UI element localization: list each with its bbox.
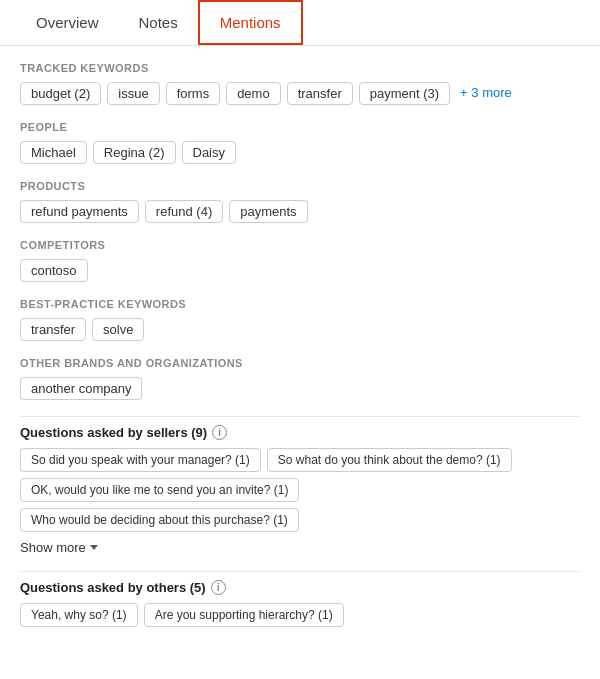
tag-regina[interactable]: Regina (2)	[93, 141, 176, 164]
section-products: PRODUCTS refund payments refund (4) paym…	[20, 180, 580, 223]
question-tag-deciding[interactable]: Who would be deciding about this purchas…	[20, 508, 299, 532]
people-label: PEOPLE	[20, 121, 580, 133]
tag-payment[interactable]: payment (3)	[359, 82, 450, 105]
tag-forms[interactable]: forms	[166, 82, 221, 105]
section-questions-others: Questions asked by others (5) i Yeah, wh…	[20, 580, 580, 627]
questions-others-info-icon[interactable]: i	[211, 580, 226, 595]
competitors-tags: contoso	[20, 259, 580, 282]
questions-others-title-text: Questions asked by others (5)	[20, 580, 206, 595]
question-tag-invite[interactable]: OK, would you like me to send you an inv…	[20, 478, 299, 502]
show-more-button[interactable]: Show more	[20, 540, 580, 555]
question-tag-hierarchy[interactable]: Are you supporting hierarchy? (1)	[144, 603, 344, 627]
tab-notes[interactable]: Notes	[119, 2, 198, 43]
section-people: PEOPLE Michael Regina (2) Daisy	[20, 121, 580, 164]
section-other-brands: OTHER BRANDS AND ORGANIZATIONS another c…	[20, 357, 580, 400]
tracked-keywords-label: TRACKED KEYWORDS	[20, 62, 580, 74]
tag-another-company[interactable]: another company	[20, 377, 142, 400]
questions-others-tags: Yeah, why so? (1) Are you supporting hie…	[20, 603, 580, 627]
tag-solve[interactable]: solve	[92, 318, 144, 341]
question-tag-demo[interactable]: So what do you think about the demo? (1)	[267, 448, 512, 472]
content-area: TRACKED KEYWORDS budget (2) issue forms …	[0, 46, 600, 659]
show-more-label: Show more	[20, 540, 86, 555]
questions-sellers-info-icon[interactable]: i	[212, 425, 227, 440]
divider-2	[20, 571, 580, 572]
tag-demo[interactable]: demo	[226, 82, 281, 105]
tabs-bar: Overview Notes Mentions	[0, 0, 600, 46]
competitors-label: COMPETITORS	[20, 239, 580, 251]
products-label: PRODUCTS	[20, 180, 580, 192]
tracked-keywords-tags: budget (2) issue forms demo transfer pay…	[20, 82, 580, 105]
tag-issue[interactable]: issue	[107, 82, 159, 105]
tag-budget[interactable]: budget (2)	[20, 82, 101, 105]
best-practice-label: BEST-PRACTICE KEYWORDS	[20, 298, 580, 310]
questions-sellers-tags: So did you speak with your manager? (1) …	[20, 448, 580, 532]
questions-sellers-title-text: Questions asked by sellers (9)	[20, 425, 207, 440]
section-tracked-keywords: TRACKED KEYWORDS budget (2) issue forms …	[20, 62, 580, 105]
tab-overview[interactable]: Overview	[16, 2, 119, 43]
tag-refund-payments[interactable]: refund payments	[20, 200, 139, 223]
question-tag-why[interactable]: Yeah, why so? (1)	[20, 603, 138, 627]
other-brands-label: OTHER BRANDS AND ORGANIZATIONS	[20, 357, 580, 369]
section-competitors: COMPETITORS contoso	[20, 239, 580, 282]
chevron-down-icon	[90, 545, 98, 550]
people-tags: Michael Regina (2) Daisy	[20, 141, 580, 164]
tag-transfer[interactable]: transfer	[287, 82, 353, 105]
questions-sellers-title: Questions asked by sellers (9) i	[20, 425, 580, 440]
tag-best-transfer[interactable]: transfer	[20, 318, 86, 341]
section-best-practice: BEST-PRACTICE KEYWORDS transfer solve	[20, 298, 580, 341]
tag-contoso[interactable]: contoso	[20, 259, 88, 282]
tag-refund[interactable]: refund (4)	[145, 200, 223, 223]
products-tags: refund payments refund (4) payments	[20, 200, 580, 223]
tag-more-link[interactable]: + 3 more	[456, 82, 516, 105]
section-questions-sellers: Questions asked by sellers (9) i So did …	[20, 425, 580, 555]
other-brands-tags: another company	[20, 377, 580, 400]
divider-1	[20, 416, 580, 417]
questions-others-title: Questions asked by others (5) i	[20, 580, 580, 595]
tag-payments[interactable]: payments	[229, 200, 307, 223]
question-tag-manager[interactable]: So did you speak with your manager? (1)	[20, 448, 261, 472]
tag-daisy[interactable]: Daisy	[182, 141, 237, 164]
best-practice-tags: transfer solve	[20, 318, 580, 341]
tab-mentions[interactable]: Mentions	[198, 0, 303, 45]
tag-michael[interactable]: Michael	[20, 141, 87, 164]
